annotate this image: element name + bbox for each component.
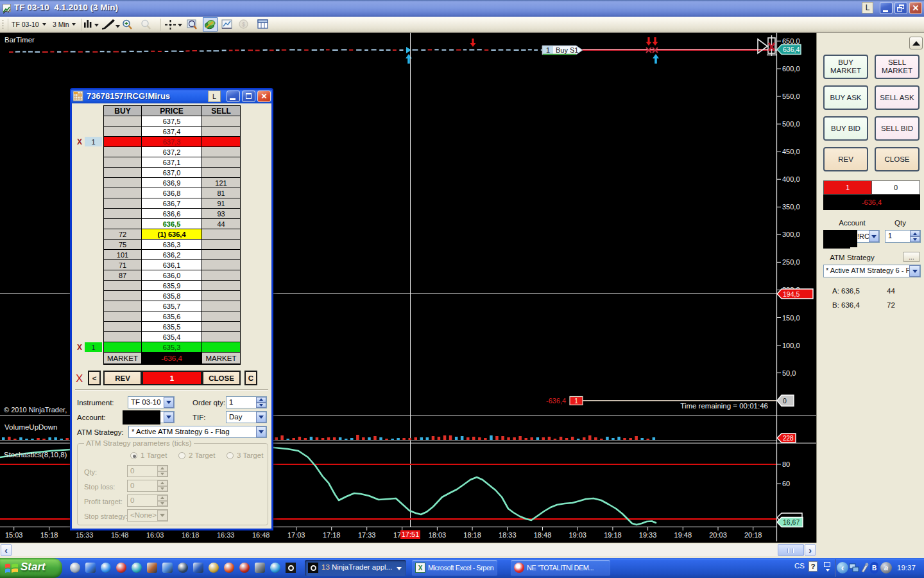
svg-text:350,0: 350,0 [782, 203, 800, 211]
svg-text:19:18: 19:18 [604, 531, 622, 539]
svg-text:17:03: 17:03 [287, 531, 305, 539]
svg-text:$: $ [242, 21, 245, 28]
svg-text:650,0: 650,0 [782, 37, 800, 45]
svg-text:-636,4: -636,4 [546, 397, 566, 405]
svg-text:16:03: 16:03 [146, 531, 164, 539]
svg-text:400,0: 400,0 [782, 175, 800, 183]
svg-text:600,0: 600,0 [782, 65, 800, 73]
svg-text:Time remaining = 00:01:46: Time remaining = 00:01:46 [680, 402, 768, 410]
svg-text:194,5: 194,5 [783, 290, 800, 298]
svg-text:150,0: 150,0 [782, 314, 800, 322]
svg-text:636,4: 636,4 [783, 46, 800, 53]
svg-text:15:33: 15:33 [76, 531, 94, 539]
svg-text:80: 80 [782, 460, 790, 468]
svg-text:100,0: 100,0 [782, 342, 800, 349]
svg-text:300,0: 300,0 [782, 231, 800, 238]
svg-text:60: 60 [782, 480, 790, 487]
svg-text:15:48: 15:48 [111, 531, 129, 539]
svg-text:0: 0 [783, 397, 787, 405]
svg-text:16:18: 16:18 [182, 531, 200, 539]
svg-text:© 2010 NinjaTrader,: © 2010 NinjaTrader, [4, 406, 67, 414]
svg-text:450,0: 450,0 [782, 148, 800, 155]
svg-text:16,67: 16,67 [783, 518, 800, 526]
svg-text:15:18: 15:18 [40, 531, 58, 539]
svg-text:18:33: 18:33 [499, 531, 517, 539]
svg-text:1: 1 [546, 46, 550, 54]
svg-text:18:03: 18:03 [429, 531, 447, 539]
svg-text:1: 1 [574, 398, 578, 405]
svg-text:VolumeUpDown: VolumeUpDown [4, 423, 57, 431]
svg-text:228: 228 [783, 435, 794, 442]
svg-text:500,0: 500,0 [782, 120, 800, 128]
svg-text:19:03: 19:03 [569, 531, 586, 539]
svg-text:19:48: 19:48 [674, 531, 692, 539]
svg-text:20:18: 20:18 [744, 531, 762, 539]
svg-text:17:33: 17:33 [358, 531, 376, 539]
svg-text:250,0: 250,0 [782, 258, 800, 266]
svg-text:BarTimer: BarTimer [4, 36, 35, 44]
svg-text:20:03: 20:03 [709, 531, 727, 539]
svg-text:Stochastics(8,10,8): Stochastics(8,10,8) [4, 451, 67, 459]
svg-text:Buy S1: Buy S1 [556, 46, 578, 54]
svg-text:550,0: 550,0 [782, 92, 800, 100]
svg-text:19:33: 19:33 [639, 531, 657, 539]
svg-text:17:18: 17:18 [323, 531, 341, 539]
svg-text:15:03: 15:03 [5, 531, 23, 539]
svg-text:18:18: 18:18 [463, 531, 481, 539]
svg-text:18:48: 18:48 [534, 531, 552, 539]
svg-text:17:51: 17:51 [402, 530, 420, 538]
svg-text:50,0: 50,0 [782, 369, 796, 377]
svg-text:16:33: 16:33 [217, 531, 235, 539]
svg-text:16:48: 16:48 [252, 531, 270, 539]
